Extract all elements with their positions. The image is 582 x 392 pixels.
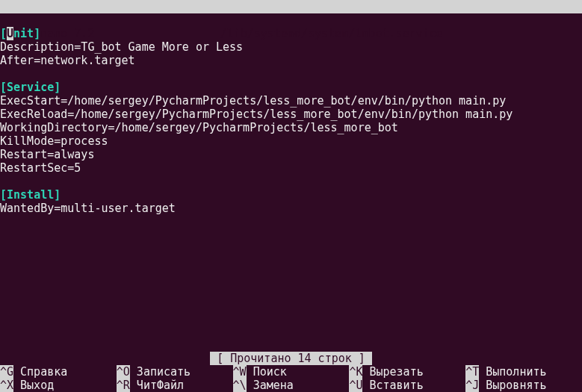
file-line: After=network.target <box>0 54 135 67</box>
shortcut-key: ^U <box>349 379 362 392</box>
title-bar: GNU nano 7.2 /lib/systemd/system/lmbot.s… <box>0 0 582 13</box>
shortcut-help[interactable]: ^GСправка <box>0 365 117 379</box>
shortcut-key: ^O <box>117 365 130 379</box>
shortcut-key: ^R <box>117 379 130 392</box>
shortcut-label: Поиск <box>247 365 350 379</box>
file-line: Restart=always <box>0 148 94 161</box>
shortcut-readfile[interactable]: ^RЧитФайл <box>117 379 233 392</box>
status-message: [ Прочитано 14 строк ] <box>210 352 372 365</box>
shortcut-execute[interactable]: ^TВыполнить <box>465 365 582 379</box>
shortcut-row: ^GСправка ^OЗаписать ^WПоиск ^KВырезать … <box>0 365 582 379</box>
section-unit-rest: nit] <box>13 27 40 40</box>
shortcut-label: Вставить <box>362 379 465 392</box>
shortcut-label: ЧитФайл <box>130 379 233 392</box>
shortcut-label: Замена <box>247 379 350 392</box>
shortcut-replace[interactable]: ^\Замена <box>233 379 350 392</box>
file-line: RestartSec=5 <box>0 161 81 175</box>
editor-area[interactable]: [Unit] Description=TG_bot Game More or L… <box>0 13 582 215</box>
shortcut-key: ^T <box>465 365 479 379</box>
shortcut-exit[interactable]: ^XВыход <box>0 379 117 392</box>
shortcut-label: Выполнить <box>479 365 582 379</box>
shortcut-label: Выход <box>13 379 117 392</box>
section-service: [Service] <box>0 81 61 94</box>
bottom-bar: [ Прочитано 14 строк ] ^GСправка ^OЗапис… <box>0 352 582 392</box>
shortcut-key: ^G <box>0 365 13 379</box>
shortcut-cut[interactable]: ^KВырезать <box>349 365 465 379</box>
shortcut-paste[interactable]: ^UВставить <box>349 379 465 392</box>
file-line: ExecReload=/home/sergey/PycharmProjects/… <box>0 108 513 121</box>
shortcut-key: ^X <box>0 379 13 392</box>
shortcut-label: Вырезать <box>362 365 465 379</box>
section-unit-bracket: [ <box>0 27 7 40</box>
file-line: ExecStart=/home/sergey/PycharmProjects/l… <box>0 94 506 108</box>
file-line: Description=TG_bot Game More or Less <box>0 40 243 54</box>
file-line: KillMode=process <box>0 134 108 148</box>
shortcut-key: ^K <box>349 365 362 379</box>
shortcut-label: Справка <box>13 365 117 379</box>
shortcut-writeout[interactable]: ^OЗаписать <box>117 365 233 379</box>
shortcut-key: ^W <box>233 365 247 379</box>
shortcut-search[interactable]: ^WПоиск <box>233 365 350 379</box>
section-install: [Install] <box>0 188 61 202</box>
status-line: [ Прочитано 14 строк ] <box>0 352 582 365</box>
shortcut-key: ^\ <box>233 379 247 392</box>
shortcut-justify[interactable]: ^JВыровнять <box>465 379 582 392</box>
shortcut-key: ^J <box>465 379 479 392</box>
shortcut-bar: ^GСправка ^OЗаписать ^WПоиск ^KВырезать … <box>0 365 582 392</box>
file-path: /lib/systemd/system/lmbot.service <box>94 27 569 40</box>
shortcut-row: ^XВыход ^RЧитФайл ^\Замена ^UВставить ^J… <box>0 379 582 392</box>
file-line: WantedBy=multi-user.target <box>0 202 176 215</box>
cursor-highlight: U <box>7 27 13 40</box>
shortcut-label: Выровнять <box>479 379 582 392</box>
file-line: WorkingDirectory=/home/sergey/PycharmPro… <box>0 121 398 134</box>
shortcut-label: Записать <box>130 365 233 379</box>
